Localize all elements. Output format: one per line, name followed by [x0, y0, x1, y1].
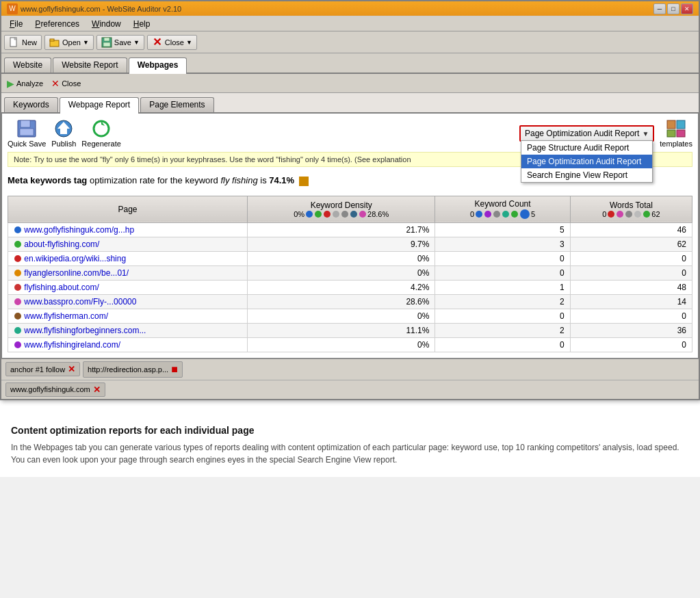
dropdown-option-1[interactable]: Page Structure Audit Report: [521, 141, 652, 155]
count-dots: 0 5: [441, 209, 564, 220]
row-dot: [14, 270, 21, 276]
page-link[interactable]: www.flyfisherman.com/: [24, 311, 108, 321]
cell-page: www.basspro.com/Fly-...00000: [8, 294, 248, 309]
page-link[interactable]: flyfishing.about.com/: [24, 283, 99, 292]
cell-total: 14: [570, 294, 692, 309]
open-arrow[interactable]: ▼: [83, 39, 89, 46]
opt-suffix: is: [260, 175, 269, 185]
tab-webpages[interactable]: Webpages: [129, 57, 187, 74]
row-dot: [14, 327, 21, 334]
menu-file[interactable]: File: [4, 18, 28, 30]
minimize-button[interactable]: ─: [653, 3, 666, 14]
density-header: Keyword Density: [253, 200, 429, 210]
dropdown-selected[interactable]: Page Optimization Audit Report ▼: [521, 127, 653, 140]
dot-c-blue: [476, 211, 482, 218]
templates-label: templates: [660, 140, 692, 148]
data-table-container[interactable]: Page Keyword Density 0%: [8, 196, 692, 352]
table-row: www.goflyfishinguk.com/g...hp 21.7% 5 46: [8, 222, 692, 237]
tab-webpage-report[interactable]: Webpage Report: [60, 97, 140, 114]
templates-button[interactable]: templates: [660, 119, 692, 148]
sub-tabs: Keywords Webpage Report Page Elements: [1, 93, 699, 114]
cell-page: www.flyfisherman.com/: [8, 309, 248, 323]
save-button[interactable]: Save ▼: [96, 35, 144, 50]
page-link[interactable]: www.basspro.com/Fly-...00000: [24, 297, 136, 307]
cell-count: 3: [435, 237, 570, 251]
dot-t-gray1: [625, 211, 632, 218]
dot-c-gray: [493, 211, 500, 218]
save-arrow[interactable]: ▼: [133, 39, 140, 46]
page-link[interactable]: www.flyfishingireland.com/: [24, 340, 120, 350]
svg-rect-14: [667, 120, 675, 129]
cell-count: 0: [435, 309, 570, 323]
close-arrow[interactable]: ▼: [186, 39, 192, 46]
col-page: Page: [8, 196, 248, 222]
status-close-2[interactable]: ■: [171, 363, 178, 376]
cell-count: 2: [435, 323, 570, 337]
cell-count: 5: [435, 222, 570, 237]
count-header: Keyword Count: [441, 199, 564, 209]
data-table: Page Keyword Density 0%: [8, 196, 692, 352]
publish-icon: [53, 119, 75, 138]
status-item-3: www.goflyfishinguk.com ✕: [5, 382, 105, 397]
new-button[interactable]: New: [4, 35, 42, 50]
quick-save-button[interactable]: Quick Save: [8, 119, 46, 148]
open-button[interactable]: Open ▼: [44, 35, 94, 50]
svg-rect-5: [104, 38, 109, 41]
dot-c-big-blue: [520, 209, 530, 219]
dot-green: [315, 211, 322, 218]
cell-count: 1: [435, 280, 570, 294]
regenerate-button[interactable]: Regenerate: [81, 119, 121, 148]
title-bar-left: W www.goflyfishinguk.com - WebSite Audit…: [7, 3, 181, 14]
menu-help[interactable]: Help: [128, 18, 156, 30]
cell-density: 0%: [248, 337, 435, 352]
menu-window[interactable]: Window: [86, 18, 127, 30]
window-controls: ─ □ ✕: [653, 3, 693, 14]
cell-total: 48: [570, 280, 692, 294]
app-icon: W: [7, 3, 18, 14]
publish-button[interactable]: Publish: [51, 119, 76, 148]
close-button[interactable]: ✕ Close ▼: [147, 35, 197, 50]
page-link[interactable]: flyanglersonline.com/be...01/: [24, 268, 129, 278]
tab-page-elements[interactable]: Page Elements: [140, 97, 213, 112]
page-link[interactable]: www.flyfishingforbeginners.com...: [24, 326, 146, 335]
tab-website-report[interactable]: Website Report: [53, 57, 127, 73]
opt-keyword: fly fishing: [220, 175, 257, 185]
close-label: Close: [165, 38, 184, 47]
cell-density: 11.1%: [248, 323, 435, 337]
cell-total: 0: [570, 309, 692, 323]
cell-density: 0%: [248, 265, 435, 280]
status-close-1[interactable]: ✕: [68, 364, 75, 374]
close-analyze-label: Close: [62, 79, 81, 88]
col-count: Keyword Count 0 5: [435, 196, 570, 222]
new-icon: [9, 37, 20, 48]
status-bar-2: www.goflyfishinguk.com ✕: [1, 380, 699, 399]
page-link[interactable]: www.goflyfishinguk.com/g...hp: [24, 225, 134, 235]
maximize-button[interactable]: □: [667, 3, 679, 14]
table-row: en.wikipedia.org/wiki...shing 0% 0 0: [8, 251, 692, 265]
close-analyze-button[interactable]: ✕ Close: [49, 77, 83, 90]
page-link[interactable]: en.wikipedia.org/wiki...shing: [24, 254, 126, 263]
cell-total: 46: [570, 222, 692, 237]
title-bar-text: www.goflyfishinguk.com - WebSite Auditor…: [21, 5, 181, 13]
dropdown-selected-label: Page Optimization Audit Report: [525, 129, 639, 138]
status-item-2: http://redirection.asp.p... ■: [83, 361, 183, 378]
dropdown-option-2[interactable]: Page Optimization Audit Report: [521, 155, 652, 168]
cell-page: www.goflyfishinguk.com/g...hp: [8, 222, 248, 237]
report-type-dropdown[interactable]: Page Optimization Audit Report ▼ Page St…: [519, 125, 654, 142]
dropdown-option-3[interactable]: Search Engine View Report: [521, 168, 652, 182]
analyze-button[interactable]: ▶ Analyze: [4, 77, 46, 90]
svg-rect-8: [21, 120, 30, 127]
status-bar-1: anchor #1 follow ✕ http://redirection.as…: [1, 359, 699, 380]
tab-website[interactable]: Website: [4, 57, 51, 73]
main-toolbar: New Open ▼ Save ▼ ✕ Close ▼: [1, 31, 699, 53]
dot-c-green: [511, 211, 518, 218]
menu-preferences[interactable]: Preferences: [29, 18, 85, 30]
opt-rate: 74.1%: [269, 175, 294, 185]
status-label-3: www.goflyfishinguk.com: [10, 385, 90, 393]
tab-keywords[interactable]: Keywords: [4, 97, 58, 112]
page-link[interactable]: about-flyfishing.com/: [24, 239, 99, 249]
row-dot: [14, 313, 21, 320]
report-toolbar: Quick Save Publish: [8, 119, 692, 148]
status-close-3[interactable]: ✕: [93, 385, 101, 395]
close-window-button[interactable]: ✕: [681, 3, 693, 14]
